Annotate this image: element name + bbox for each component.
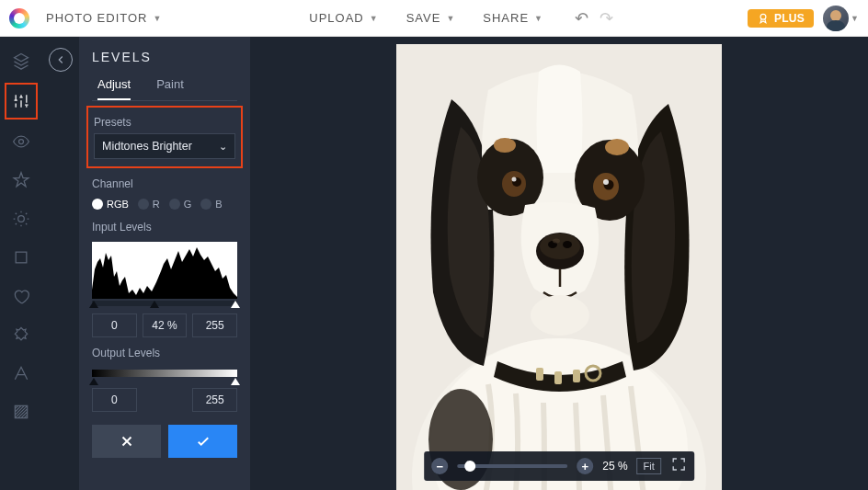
zoom-bar: − + 25 % Fit	[424, 451, 694, 481]
undo-button[interactable]: ↶	[571, 8, 592, 28]
input-marker-high[interactable]	[231, 301, 240, 308]
channel-selector: RGB R G B	[92, 199, 237, 210]
svg-rect-3	[16, 252, 27, 263]
input-high-value[interactable]: 255	[192, 313, 237, 337]
input-marker-mid[interactable]	[150, 301, 159, 308]
input-levels-label: Input Levels	[92, 221, 237, 234]
svg-point-10	[494, 138, 516, 153]
user-menu[interactable]: ▼	[823, 6, 859, 31]
check-icon	[195, 433, 211, 450]
zoom-in-button[interactable]: +	[577, 458, 593, 474]
preset-value: Midtones Brighter	[102, 140, 192, 153]
svg-rect-26	[573, 370, 580, 382]
panel-title: LEVELS	[92, 50, 237, 64]
zoom-value: 25 %	[602, 460, 627, 473]
svg-point-21	[563, 241, 572, 248]
caret-down-icon: ▼	[153, 14, 162, 23]
input-low-value[interactable]: 0	[92, 313, 137, 337]
output-marker-high[interactable]	[231, 378, 240, 385]
rail-star[interactable]	[10, 169, 32, 191]
chevron-down-icon: ⌄	[219, 141, 227, 153]
back-button[interactable]	[49, 48, 73, 72]
rail-heart[interactable]	[10, 285, 32, 307]
award-icon	[757, 12, 770, 25]
caret-down-icon: ▼	[534, 14, 543, 23]
svg-point-22	[553, 239, 560, 244]
apply-button[interactable]	[168, 425, 237, 458]
output-levels-label: Output Levels	[92, 347, 237, 359]
output-high-value[interactable]: 255	[192, 388, 237, 412]
photo[interactable]	[396, 44, 722, 490]
plus-upgrade-button[interactable]: PLUS	[748, 9, 814, 28]
svg-point-2	[18, 216, 25, 222]
dog-image	[396, 44, 722, 490]
channel-g[interactable]: G	[169, 199, 192, 210]
cancel-button[interactable]	[92, 425, 161, 458]
rail-frame[interactable]	[10, 324, 32, 346]
app-logo[interactable]	[9, 8, 29, 28]
svg-point-17	[603, 179, 609, 185]
avatar	[823, 6, 849, 31]
rail-layers[interactable]	[10, 50, 32, 72]
zoom-slider[interactable]	[457, 464, 567, 468]
action-row	[92, 425, 237, 458]
tool-rail	[0, 37, 42, 490]
preset-select[interactable]: Midtones Brighter ⌄	[94, 133, 235, 159]
mode-label: PHOTO EDITOR	[46, 11, 147, 25]
rail-eye[interactable]	[10, 131, 32, 153]
rail-texture[interactable]	[10, 401, 32, 423]
tab-adjust[interactable]: Adjust	[97, 77, 131, 100]
svg-point-23	[531, 295, 589, 336]
channel-label: Channel	[92, 177, 237, 190]
caret-down-icon: ▼	[370, 14, 379, 23]
panel-tabs: Adjust Paint	[92, 77, 237, 101]
canvas-area: − + 25 % Fit	[250, 37, 868, 490]
rail-effects[interactable]	[10, 208, 32, 230]
share-button[interactable]: SHARE ▼	[474, 7, 553, 28]
plus-label: PLUS	[774, 12, 805, 25]
share-label: SHARE	[483, 11, 529, 25]
save-label: SAVE	[406, 11, 441, 25]
channel-r[interactable]: R	[138, 199, 160, 210]
preset-highlight: Presets Midtones Brighter ⌄	[86, 106, 243, 168]
output-low-value[interactable]: 0	[92, 388, 137, 412]
output-values-row: 0 255	[92, 388, 237, 412]
zoom-out-button[interactable]: −	[431, 458, 448, 474]
svg-rect-25	[554, 371, 562, 384]
save-button[interactable]: SAVE ▼	[397, 7, 465, 28]
upload-button[interactable]: UPLOAD ▼	[300, 7, 387, 28]
mode-selector[interactable]: PHOTO EDITOR ▼	[39, 7, 169, 28]
top-bar: PHOTO EDITOR ▼ UPLOAD ▼ SAVE ▼ SHARE ▼ ↶…	[0, 0, 868, 37]
presets-label: Presets	[94, 116, 235, 129]
rail-text[interactable]	[10, 362, 32, 384]
histogram	[92, 242, 237, 299]
rail-crop[interactable]	[10, 246, 32, 268]
back-column	[42, 37, 79, 490]
fit-button[interactable]: Fit	[637, 458, 661, 474]
main-area: LEVELS Adjust Paint Presets Midtones Bri…	[0, 37, 868, 490]
undo-redo-group: ↶ ↷	[571, 8, 617, 28]
svg-point-11	[605, 139, 629, 155]
input-marker-low[interactable]	[89, 301, 98, 308]
output-marker-low[interactable]	[89, 378, 98, 385]
svg-point-1	[19, 140, 24, 144]
rail-highlight	[5, 83, 38, 120]
svg-point-14	[512, 177, 517, 182]
fullscreen-button[interactable]	[670, 456, 687, 476]
fullscreen-icon	[670, 456, 687, 473]
svg-point-19	[540, 234, 580, 259]
input-mid-value[interactable]: 42 %	[143, 313, 188, 337]
channel-rgb[interactable]: RGB	[92, 199, 129, 210]
zoom-thumb[interactable]	[464, 461, 475, 472]
output-slider[interactable]	[92, 370, 237, 377]
close-icon	[119, 433, 135, 450]
rail-adjust[interactable]	[10, 90, 32, 112]
svg-point-0	[760, 14, 766, 19]
levels-panel: LEVELS Adjust Paint Presets Midtones Bri…	[79, 37, 250, 490]
caret-down-icon: ▼	[446, 14, 455, 23]
channel-b[interactable]: B	[200, 199, 222, 210]
input-values-row: 0 42 % 255	[92, 313, 237, 337]
input-slider[interactable]	[92, 301, 237, 306]
tab-paint[interactable]: Paint	[156, 77, 184, 100]
redo-button[interactable]: ↷	[596, 8, 617, 28]
